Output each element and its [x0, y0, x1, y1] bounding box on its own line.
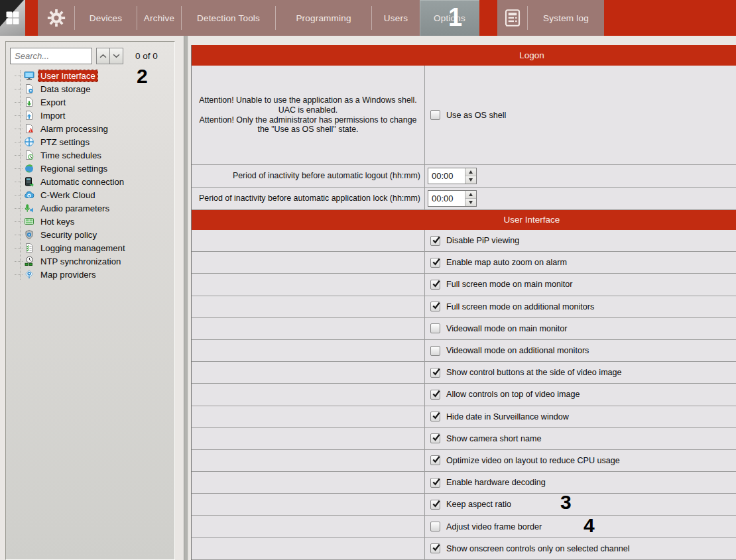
check-icon: [432, 499, 441, 508]
logon-section-header: Logon: [192, 45, 736, 66]
sidebar-item-hot-keys[interactable]: Hot keys: [15, 215, 174, 228]
check-icon: [432, 279, 441, 288]
option-label: Show onscreen controls only on selected …: [446, 544, 630, 553]
lock-period-spinner[interactable]: 00:00: [428, 190, 477, 207]
search-prev-button[interactable]: [96, 48, 110, 64]
option-label: Disable PiP viewing: [446, 236, 519, 245]
sidebar-item-security-policy[interactable]: Security policy: [15, 228, 174, 241]
logout-period-spinner[interactable]: 00:00: [428, 168, 477, 184]
sidebar-item-label: Logging management: [38, 243, 127, 254]
tab-group-gap: [479, 0, 497, 36]
option-label: Allow controls on top of video image: [446, 390, 580, 399]
ui-option-row: Full screen mode on main monitor: [192, 274, 736, 296]
settings-gear-button[interactable]: [38, 0, 74, 36]
sidebar-item-label: Regional settings: [38, 163, 109, 174]
sidebar-item-import[interactable]: Import: [15, 109, 174, 122]
settings-tree: User InterfaceData storageExportImportAl…: [6, 69, 174, 281]
option-checkbox[interactable]: [430, 478, 440, 488]
sidebar-splitter[interactable]: [184, 36, 188, 560]
search-input[interactable]: [10, 48, 92, 64]
sidebar-item-map-providers[interactable]: Map providers: [15, 268, 174, 281]
ui-option-row: Videowall mode on additional monitors: [192, 340, 736, 362]
ui-option-row: Show control buttons at the side of vide…: [192, 362, 736, 384]
check-icon: [432, 389, 441, 398]
sidebar-item-label: Automatic connection: [38, 176, 126, 188]
option-checkbox[interactable]: [430, 258, 440, 268]
security-icon: [24, 229, 34, 240]
triangle-up-icon: [469, 193, 473, 196]
system-log-button[interactable]: [497, 0, 527, 36]
sidebar-item-time-schedules[interactable]: Time schedules: [15, 148, 174, 162]
sidebar-item-user-interface[interactable]: User Interface: [15, 69, 174, 82]
search-match-count: 0 of 0: [135, 51, 158, 61]
use-as-os-shell-checkbox[interactable]: [430, 110, 440, 120]
sidebar-item-ptz-settings[interactable]: PTZ settings: [15, 135, 174, 148]
option-label: Adjust video frame border: [446, 522, 542, 532]
option-checkbox[interactable]: [430, 346, 440, 356]
lock-period-row: Period of inactivity before automatic ap…: [192, 188, 736, 210]
tab-devices[interactable]: Devices: [75, 0, 137, 36]
spin-up-button[interactable]: [465, 191, 476, 198]
settings-sidebar: 0 of 0 User InterfaceData storageExportI…: [5, 41, 175, 560]
check-icon: [432, 367, 441, 376]
option-checkbox[interactable]: [430, 500, 440, 510]
spin-down-button[interactable]: [465, 198, 476, 206]
option-checkbox[interactable]: [430, 522, 440, 532]
monitor-icon: [24, 70, 34, 81]
sidebar-item-logging-management[interactable]: Logging management: [15, 241, 174, 254]
sidebar-item-label: Time schedules: [38, 150, 103, 161]
log-tab-group: System log: [497, 0, 604, 36]
logout-period-value: 00:00: [428, 168, 465, 184]
callout-4: 4: [583, 516, 595, 535]
tab-archive[interactable]: Archive: [137, 0, 181, 36]
connection-icon: [24, 176, 34, 187]
lock-period-label: Period of inactivity before automatic ap…: [192, 188, 425, 209]
tab-users[interactable]: Users: [372, 0, 420, 36]
option-label: Show camera short name: [446, 434, 542, 443]
ui-option-row: Allow controls on top of video image: [192, 384, 736, 406]
sidebar-item-automatic-connection[interactable]: Automatic connection: [15, 175, 174, 188]
tab-detection-tools[interactable]: Detection Tools: [182, 0, 275, 36]
ui-option-row: Enable map auto zoom on alarm: [192, 252, 736, 274]
spin-down-button[interactable]: [465, 176, 476, 184]
option-checkbox[interactable]: [430, 543, 440, 553]
option-label: Keep aspect ratio: [446, 500, 511, 509]
sidebar-item-audio-parameters[interactable]: Audio parameters: [15, 201, 174, 215]
option-label: Hide date in Surveillance window: [446, 412, 569, 421]
ui-option-row: Full screen mode on additional monitors: [192, 296, 736, 318]
option-checkbox[interactable]: [430, 302, 440, 311]
option-checkbox[interactable]: [430, 390, 440, 400]
logging-icon: [24, 243, 34, 253]
tab-system-log[interactable]: System log: [528, 0, 604, 36]
sidebar-item-c-werk-cloud[interactable]: C-Werk Cloud: [15, 188, 174, 201]
option-checkbox[interactable]: [430, 455, 440, 465]
cloud-icon: [24, 190, 34, 200]
search-next-button[interactable]: [109, 48, 123, 64]
check-icon: [432, 455, 441, 464]
ntp-icon: [24, 256, 34, 266]
sidebar-item-export[interactable]: Export: [15, 95, 174, 109]
sidebar-item-alarm-processing[interactable]: Alarm processing: [15, 122, 174, 135]
option-checkbox[interactable]: [430, 323, 440, 333]
sidebar-item-regional-settings[interactable]: Regional settings: [15, 162, 174, 175]
triangle-down-icon: [469, 201, 473, 204]
option-checkbox[interactable]: [430, 368, 440, 378]
tab-programming[interactable]: Programming: [276, 0, 371, 36]
check-icon: [432, 543, 441, 552]
sidebar-item-data-storage[interactable]: Data storage: [15, 82, 174, 95]
sidebar-item-ntp-synchronization[interactable]: NTP synchronization: [15, 254, 174, 268]
ui-option-row: Show onscreen controls only on selected …: [192, 538, 736, 560]
ui-option-row: Enable hardware decoding: [192, 472, 736, 494]
callout-2: 2: [137, 66, 148, 86]
option-checkbox[interactable]: [430, 236, 440, 246]
sidebar-item-label: PTZ settings: [38, 137, 92, 148]
option-checkbox[interactable]: [430, 433, 440, 443]
search-row: 0 of 0: [6, 42, 174, 67]
sidebar-item-label: Map providers: [38, 269, 98, 280]
layout-grid-button[interactable]: [0, 0, 25, 36]
uac-attention-text: Attention! Unable to use the application…: [192, 66, 425, 164]
gear-icon: [46, 8, 66, 28]
option-checkbox[interactable]: [430, 412, 440, 421]
option-checkbox[interactable]: [430, 280, 440, 290]
spin-up-button[interactable]: [465, 168, 476, 176]
